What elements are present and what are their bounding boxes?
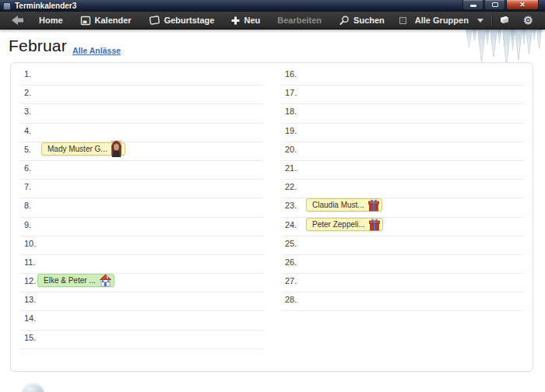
gear-icon: ⚙ — [523, 15, 533, 26]
day-number: 24. — [285, 220, 297, 229]
gift-icon — [367, 198, 380, 212]
day-row: 16. — [281, 67, 524, 86]
day-number: 26. — [285, 257, 297, 267]
event-chip[interactable]: Elke & Peter ... — [37, 274, 114, 287]
day-number: 8. — [24, 201, 31, 210]
day-row: 6. — [20, 161, 263, 180]
toolbar: Home Kalender Geburtstage Neu Bearbeiten… — [0, 12, 545, 30]
back-arrow-icon — [11, 16, 24, 25]
day-row: 9. — [20, 218, 263, 236]
day-number: 12. — [24, 276, 36, 285]
group-filter-dropdown[interactable]: Alle Gruppen — [393, 16, 491, 25]
titlebar: Terminkalender3 ✕ — [0, 0, 545, 12]
day-row: 17. — [281, 86, 524, 104]
home-button[interactable]: Home — [30, 12, 72, 29]
day-number: 2. — [24, 88, 31, 97]
day-row: 10. — [20, 236, 263, 255]
back-button[interactable] — [5, 12, 30, 29]
day-row: 12.Elke & Peter ... — [20, 274, 263, 292]
print-button[interactable] — [492, 15, 517, 26]
photo-icon — [111, 140, 122, 157]
day-number: 5. — [24, 145, 31, 154]
app-icon — [3, 2, 11, 10]
event-label: Elke & Peter ... — [44, 276, 96, 285]
day-row: 27. — [281, 274, 524, 292]
day-row: 23.Claudia Must... — [281, 198, 524, 217]
plus-icon — [231, 16, 240, 25]
house-icon — [99, 273, 112, 288]
day-number: 22. — [285, 182, 297, 191]
days-column-right: 16.17.18.19.20.21.22.23.Claudia Must...2… — [281, 67, 524, 371]
day-number: 16. — [285, 69, 297, 79]
event-label: Peter Zeppeli... — [312, 220, 365, 229]
day-row: 18. — [281, 104, 524, 123]
settings-button[interactable]: ⚙ — [517, 15, 540, 26]
day-number: 6. — [24, 163, 31, 173]
kalender-button[interactable]: Kalender — [72, 12, 140, 29]
day-row: 21. — [281, 161, 524, 180]
gift-icon — [368, 217, 381, 232]
all-occasions-link[interactable]: Alle Anlässe — [72, 46, 121, 55]
day-row: 3. — [20, 104, 263, 123]
bearbeiten-button[interactable]: Bearbeiten — [269, 12, 330, 29]
neu-button[interactable]: Neu — [223, 12, 269, 29]
search-icon — [339, 16, 350, 26]
day-row: 25. — [281, 236, 524, 255]
content-area: Februar Alle Anlässe 1.2.3.4.5.Mady Must… — [0, 30, 545, 392]
calendar-icon — [80, 16, 91, 26]
day-number: 10. — [24, 239, 36, 248]
day-number: 17. — [285, 88, 297, 97]
day-number: 15. — [24, 333, 36, 342]
minimize-button[interactable] — [462, 0, 483, 10]
group-filter-label: Alle Gruppen — [415, 16, 469, 25]
event-chip[interactable]: Mady Muster G... — [41, 142, 125, 156]
days-column-left: 1.2.3.4.5.Mady Muster G...6.7.8.9.10.11.… — [20, 67, 263, 371]
day-number: 14. — [24, 313, 36, 323]
day-number: 19. — [285, 126, 297, 135]
group-filter-checkbox[interactable] — [399, 17, 406, 24]
day-number: 27. — [285, 276, 297, 285]
day-number: 23. — [285, 201, 297, 210]
day-row: 20. — [281, 142, 524, 161]
day-row: 13. — [20, 292, 263, 311]
day-number: 21. — [285, 163, 297, 173]
maximize-button[interactable] — [484, 0, 505, 10]
snowball-decoration — [22, 383, 44, 392]
day-number: 3. — [24, 107, 31, 116]
day-row: 28. — [281, 292, 524, 311]
day-row: 5.Mady Muster G... — [20, 142, 263, 161]
app-window: Terminkalender3 ✕ Home Kalender Geburtst… — [0, 0, 545, 392]
event-label: Claudia Must... — [312, 201, 364, 209]
day-number: 25. — [285, 239, 297, 248]
day-number: 28. — [285, 295, 297, 304]
chevron-down-icon — [477, 19, 483, 23]
day-row: 7. — [20, 180, 263, 198]
day-row: 22. — [281, 180, 524, 198]
info-button[interactable] — [539, 15, 545, 26]
day-number: 13. — [24, 295, 36, 304]
window-title: Terminkalender3 — [15, 2, 76, 10]
suchen-button[interactable]: Suchen — [330, 12, 393, 29]
day-row: 8. — [20, 198, 263, 217]
toolbar-right: Alle Gruppen ⚙ — [393, 15, 545, 26]
day-number: 9. — [24, 220, 31, 229]
maximize-icon — [492, 2, 498, 7]
day-number: 7. — [24, 182, 31, 191]
day-row: 14. — [20, 311, 263, 330]
event-chip[interactable]: Claudia Must... — [306, 198, 382, 212]
day-row: 1. — [20, 67, 263, 86]
day-row: 24.Peter Zeppeli... — [281, 218, 524, 236]
event-label: Mady Muster G... — [47, 145, 107, 153]
day-row: 2. — [20, 86, 263, 104]
close-icon: ✕ — [519, 1, 526, 9]
birthdays-icon — [149, 15, 160, 26]
day-number: 18. — [285, 107, 297, 116]
calendar-panel: 1.2.3.4.5.Mady Muster G...6.7.8.9.10.11.… — [10, 62, 533, 372]
day-number: 1. — [24, 69, 31, 79]
day-number: 4. — [24, 126, 31, 135]
geburtstage-button[interactable]: Geburtstage — [140, 12, 223, 29]
day-row: 15. — [20, 331, 263, 349]
event-chip[interactable]: Peter Zeppeli... — [306, 218, 383, 231]
close-button[interactable]: ✕ — [506, 0, 539, 10]
day-row: 19. — [281, 124, 524, 142]
